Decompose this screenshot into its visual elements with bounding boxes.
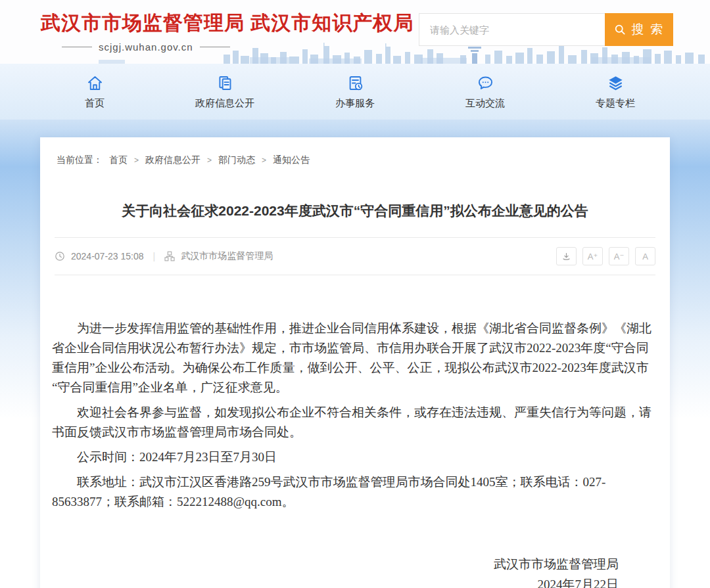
search-button[interactable]: 搜 索 — [605, 13, 673, 46]
layers-icon — [607, 74, 625, 92]
service-icon — [346, 74, 364, 92]
site-domain: scjgj.wuhan.gov.cn — [99, 41, 193, 53]
nav-item-home[interactable]: 首页 — [30, 64, 160, 120]
breadcrumb-item-notices[interactable]: 通知公告 — [273, 154, 310, 166]
documents-icon — [216, 74, 234, 92]
article-body: 为进一步发挥信用监管的基础性作用，推进企业合同信用体系建设，根据《湖北省合同监督… — [40, 275, 670, 588]
search-input[interactable] — [419, 13, 605, 46]
article-toolbar: A⁺ A⁻ A — [556, 247, 655, 265]
article-paragraph: 欢迎社会各界参与监督，如发现拟公布企业不符合相关条件，或存在违法违规、严重失信行… — [52, 403, 659, 442]
site-header: 武汉市市场监督管理局 武汉市知识产权局 scjgj.wuhan.gov.cn — [0, 0, 710, 64]
domain-dash-left — [62, 47, 92, 47]
site-search: 搜 索 — [419, 13, 673, 46]
nav-item-label: 互动交流 — [465, 97, 505, 110]
site-logo[interactable]: 武汉市市场监督管理局 武汉市知识产权局 scjgj.wuhan.gov.cn — [41, 10, 414, 53]
article-source: 武汉市市场监督管理局 — [181, 250, 273, 262]
breadcrumb-label: 当前位置： — [57, 154, 103, 166]
meta-separator: | — [153, 251, 156, 261]
site-domain-row: scjgj.wuhan.gov.cn — [62, 41, 414, 53]
nav-item-services[interactable]: 办事服务 — [290, 64, 420, 120]
nav-item-special-topics[interactable]: 专题专栏 — [550, 64, 680, 120]
nav-item-label: 政府信息公开 — [195, 97, 254, 110]
source-org-icon — [164, 251, 175, 261]
chat-icon — [477, 74, 494, 92]
search-icon — [614, 24, 626, 35]
clock-icon — [55, 251, 65, 261]
font-increase-button[interactable]: A⁺ — [582, 247, 603, 265]
signature-date: 2024年7月22日 — [52, 574, 619, 588]
article-title: 关于向社会征求2022-2023年度武汉市“守合同重信用”拟公布企业意见的公告 — [80, 202, 630, 220]
home-icon — [86, 74, 104, 92]
search-button-label: 搜 索 — [632, 21, 664, 38]
article-paragraph: 联系地址：武汉市江汉区香港路259号武汉市市场监督管理局市场合同处1405室；联… — [52, 472, 659, 512]
breadcrumb-item-home[interactable]: 首页 — [109, 154, 128, 166]
article-meta: 2024-07-23 15:08 | 武汉市市场监督管理局 — [55, 250, 273, 262]
nav-item-label: 专题专栏 — [596, 97, 635, 110]
breadcrumb-item-dept-news[interactable]: 部门动态 — [218, 154, 255, 166]
breadcrumb: 当前位置： 首页 > 政府信息公开 > 部门动态 > 通知公告 — [40, 137, 670, 166]
nav-item-interaction[interactable]: 互动交流 — [420, 64, 550, 120]
article-paragraph: 公示时间：2024年7月23日至7月30日 — [52, 447, 659, 467]
article-card: 当前位置： 首页 > 政府信息公开 > 部门动态 > 通知公告 关于向社会征求2… — [40, 137, 670, 588]
breadcrumb-separator: > — [134, 156, 139, 165]
nav-item-gov-info[interactable]: 政府信息公开 — [160, 64, 290, 120]
publish-datetime: 2024-07-23 15:08 — [71, 251, 144, 261]
page-background: 当前位置： 首页 > 政府信息公开 > 部门动态 > 通知公告 关于向社会征求2… — [0, 120, 710, 588]
article-signature: 武汉市市场监督管理局 2024年7月22日 — [52, 554, 659, 588]
primary-nav: 首页 政府信息公开 办事服务 互动交流 专题专栏 — [0, 64, 710, 120]
site-title: 武汉市市场监督管理局 武汉市知识产权局 — [41, 10, 414, 37]
font-reset-button[interactable]: A — [635, 247, 655, 265]
font-decrease-button[interactable]: A⁻ — [609, 247, 629, 265]
nav-item-label: 首页 — [85, 97, 105, 110]
article-paragraph: 为进一步发挥信用监管的基础性作用，推进企业合同信用体系建设，根据《湖北省合同监督… — [52, 319, 659, 397]
signature-org: 武汉市市场监督管理局 — [52, 554, 619, 574]
breadcrumb-separator: > — [207, 156, 212, 165]
domain-dash-right — [200, 47, 230, 47]
breadcrumb-separator: > — [262, 156, 266, 165]
download-icon — [561, 252, 571, 261]
article-meta-row: 2024-07-23 15:08 | 武汉市市场监督管理局 A⁺ — [40, 238, 670, 275]
nav-item-label: 办事服务 — [335, 97, 375, 110]
download-button[interactable] — [556, 247, 577, 265]
breadcrumb-item-gov-info[interactable]: 政府信息公开 — [145, 154, 201, 166]
